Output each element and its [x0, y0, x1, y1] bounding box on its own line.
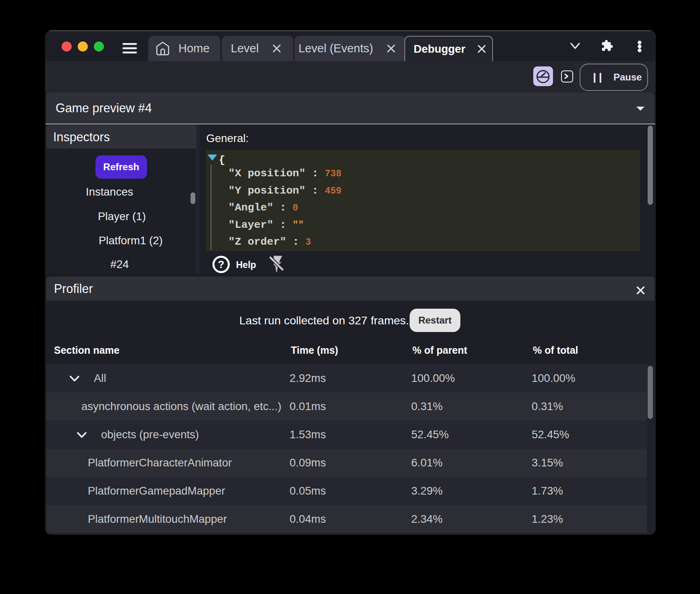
svg-text:?: ? — [218, 258, 224, 270]
